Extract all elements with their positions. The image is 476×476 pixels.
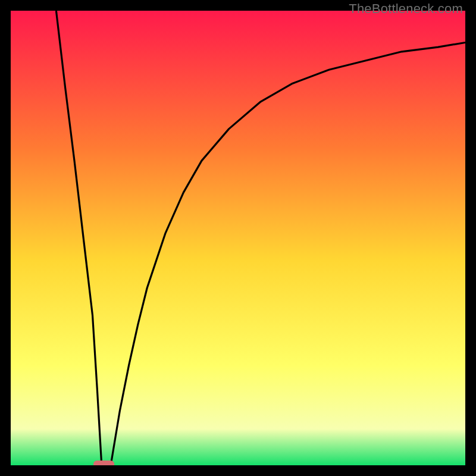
gradient-background	[11, 11, 465, 465]
watermark-text: TheBottleneck.com	[349, 1, 463, 17]
chart-frame	[11, 11, 465, 465]
chart-svg	[11, 11, 465, 465]
optimal-marker	[93, 461, 114, 465]
